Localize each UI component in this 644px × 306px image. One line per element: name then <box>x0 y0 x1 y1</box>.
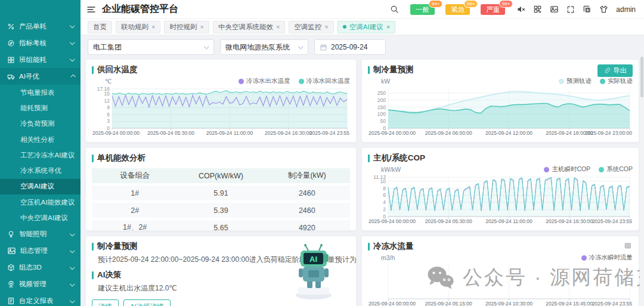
sidebar-subitem-冷负荷预测[interactable]: 冷负荷预测 <box>0 116 80 132</box>
sidebar-item-AI寻优[interactable]: AI寻优 <box>0 68 80 85</box>
title-accent-bar <box>92 66 94 74</box>
legend-dot-icon <box>544 167 549 172</box>
title-accent-bar <box>92 154 94 162</box>
sidebar-subitem-相关性分析[interactable]: 相关性分析 <box>0 132 80 147</box>
alarm-badge[interactable]: 紧急99+ <box>445 4 470 15</box>
tab-联动规则[interactable]: 联动规则× <box>116 21 160 33</box>
system-select-value: 微电网地源热泵系统 <box>225 42 290 52</box>
close-icon[interactable]: × <box>200 23 203 32</box>
sidebar-item-产品单耗[interactable]: 产品单耗 <box>0 18 80 35</box>
chart-meta-row: m3/h 冷冻水瞬时流量 <box>368 253 633 262</box>
ai-decision-detail-button[interactable]: AI决策详情 <box>123 299 171 306</box>
title-accent-bar <box>368 66 370 74</box>
export-button[interactable]: 导出 <box>597 64 633 77</box>
sidebar-item-label: 指标考核 <box>19 39 67 48</box>
svg-text:17.16: 17.16 <box>97 86 110 92</box>
layers-icon[interactable] <box>583 5 592 14</box>
sidebar-subitem-节电量报表[interactable]: 节电量报表 <box>0 85 80 100</box>
sidebar-item-指标考核[interactable]: 指标考核 <box>0 35 80 51</box>
svg-text:250: 250 <box>377 90 386 96</box>
close-icon[interactable]: × <box>151 23 155 32</box>
forecast-chart[interactable]: 0501001502002502025-09-24 00:00:002025-0… <box>368 86 633 136</box>
alarm-badge-label: 紧急 <box>451 6 465 13</box>
ai-robot-image: AI <box>286 243 340 303</box>
dashboard-grid: 供回水温度 ℃ 冷冻水出水温度冷冻水回水温度 0369121517.162025… <box>80 55 644 306</box>
tab-空调监控[interactable]: 空调监控× <box>289 21 333 33</box>
close-icon[interactable]: × <box>324 23 328 32</box>
sidebar-subitem-能耗预测[interactable]: 能耗预测 <box>0 100 80 116</box>
alarm-badge[interactable]: 一般99+ <box>410 4 435 15</box>
topbar: 企业能碳管控平台 一般99+紧急99+严重99+ admin <box>80 0 644 19</box>
tab-时控规则[interactable]: 时控规则× <box>164 21 209 33</box>
menu-icon[interactable] <box>86 5 96 14</box>
export-button-label: 导出 <box>613 66 627 75</box>
legend-item[interactable]: 实际轨迹 <box>600 77 633 85</box>
date-picker[interactable]: 2025-09-24 <box>314 39 386 55</box>
svg-text:3: 3 <box>107 118 110 124</box>
sidebar-subitem-空调AI建议[interactable]: 空调AI建议 <box>0 179 80 194</box>
fullscreen-icon[interactable] <box>566 5 575 14</box>
chevron-down-icon <box>70 265 75 270</box>
mute-icon[interactable] <box>516 5 525 14</box>
sidebar-subitem-工艺冷冻水AI建议[interactable]: 工艺冷冻水AI建议 <box>0 147 80 163</box>
card-cooling-forecast-chart: 制冷量预测 导出 kW 预测轨迹实际轨迹 0501001502002502025… <box>361 59 639 143</box>
sidebar-item-班组能耗[interactable]: 班组能耗 <box>0 51 80 68</box>
data-view-icon[interactable] <box>624 242 631 249</box>
table-cell: 2460 <box>264 186 350 200</box>
chevron-down-icon <box>70 23 75 28</box>
tab-空调AI建议[interactable]: 空调AI建议× <box>338 21 395 33</box>
cop-chart[interactable]: 024681011.132025-09-24 00:00:002025-09-2… <box>368 174 633 224</box>
y-axis-unit: m3/h <box>381 254 395 261</box>
legend-label: 主机瞬时COP <box>552 165 590 174</box>
chevron-down-icon <box>298 44 303 49</box>
qr-grid-icon[interactable] <box>533 5 542 14</box>
legend-item[interactable]: 主机瞬时COP <box>544 165 590 174</box>
flow-chart[interactable]: 2025-09-24 00:00:002025-09-24 05:15:0020… <box>368 262 633 306</box>
legend-item[interactable]: 冷冻水回水温度 <box>299 77 351 85</box>
close-icon[interactable]: × <box>386 23 390 32</box>
admin-user[interactable]: admin <box>616 5 636 14</box>
sidebar-subitem-中央空调AI建议[interactable]: 中央空调AI建议 <box>0 210 80 225</box>
legend-item[interactable]: 系统COP <box>599 165 633 174</box>
sidebar-subitem-空压机AI能效建议[interactable]: 空压机AI能效建议 <box>0 194 80 210</box>
app-root: 产品单耗指标考核班组能耗AI寻优节电量报表能耗预测冷负荷预测相关性分析工艺冷冻水… <box>0 0 644 306</box>
search-icon[interactable] <box>390 5 399 14</box>
svg-text:2025-09-24 15:45:00: 2025-09-24 15:45:00 <box>546 301 593 306</box>
svg-text:11.13: 11.13 <box>373 174 386 180</box>
legend-item[interactable]: 冷冻水出水温度 <box>239 77 290 85</box>
close-icon[interactable]: × <box>276 23 280 32</box>
chevron-down-icon <box>70 40 75 45</box>
sidebar-item-组态管理[interactable]: 组态管理 <box>0 243 80 259</box>
image-icon[interactable] <box>550 5 559 14</box>
sidebar-item-组态3D[interactable]: 组态3D <box>0 259 80 276</box>
sidebar-item-智能照明[interactable]: 智能照明 <box>0 226 80 243</box>
tab-首页[interactable]: 首页 <box>88 21 112 33</box>
chevron-down-icon <box>70 231 75 236</box>
legend-item[interactable]: 预测轨迹 <box>559 77 592 85</box>
topbar-actions: 一般99+紧急99+严重99+ admin <box>390 4 636 15</box>
temp-chart[interactable]: 0369121517.162025-09-24 00:00:002025-09-… <box>92 86 350 136</box>
company-select[interactable]: 电工集团 <box>88 39 214 55</box>
detail-button[interactable]: 详情 <box>92 299 119 306</box>
theme-shirt-icon[interactable] <box>599 5 608 14</box>
card-title: 制冷量预测 <box>373 64 414 75</box>
bulb-icon <box>7 230 15 238</box>
legend-item[interactable]: 冷冻水瞬时流量 <box>581 254 633 262</box>
sidebar-item-视频管理[interactable]: 视频管理 <box>0 276 80 293</box>
sidebar-item-label: 组态3D <box>19 263 67 272</box>
scrollbar-thumb[interactable] <box>640 57 643 97</box>
sidebar-item-自定义报表[interactable]: 自定义报表 <box>0 293 80 306</box>
system-select[interactable]: 微电网地源热泵系统 <box>220 39 308 55</box>
card-header: 冷冻水流量 <box>368 241 633 252</box>
chart-meta-row: ℃ 冷冻水出水温度冷冻水回水温度 <box>92 76 350 86</box>
card-title: 主机/系统COP <box>373 153 425 163</box>
svg-text:2025-09-24 00:00:00: 2025-09-24 00:00:00 <box>369 218 416 224</box>
alarm-badge-group: 一般99+紧急99+严重99+ <box>410 4 505 15</box>
svg-text:6: 6 <box>107 112 110 118</box>
svg-text:2025-09-24 16:30:00: 2025-09-24 16:30:00 <box>546 218 593 224</box>
sidebar-subitem-冷水系统寻优[interactable]: 冷水系统寻优 <box>0 163 80 178</box>
alarm-badge[interactable]: 严重99+ <box>481 4 505 15</box>
svg-text:6: 6 <box>383 192 386 198</box>
sidebar-item-label: 班组能耗 <box>19 55 67 64</box>
tab-中央空调系统能效[interactable]: 中央空调系统能效× <box>213 21 285 33</box>
